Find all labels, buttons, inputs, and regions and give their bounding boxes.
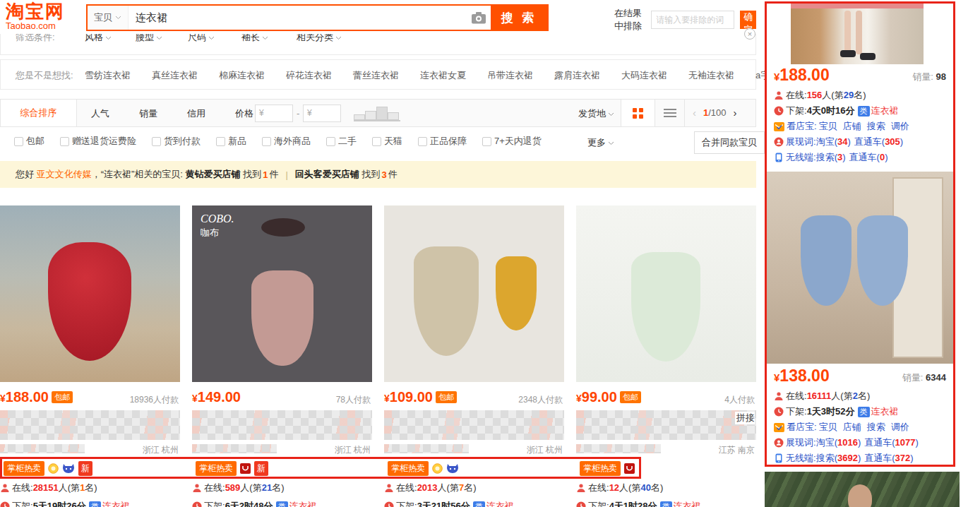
suggestion-link[interactable]: 连衣裙女夏 <box>420 69 466 82</box>
online-stat-row: 在线:589人(第21名) <box>192 482 372 494</box>
category-badge: 类 <box>276 501 288 507</box>
sort-tab-sales[interactable]: 销量 <box>139 107 157 120</box>
sort-tab-popularity[interactable]: 人气 <box>91 107 109 120</box>
product-title-blurred[interactable] <box>0 410 180 440</box>
histogram-bar <box>354 114 365 120</box>
notice-bar: 您好 亚文文化传媒 ，“连衣裙”相关的宝贝: 黄钻爱买店铺 找到 1 件 | 回… <box>0 161 756 188</box>
tool-link-shop[interactable]: 店铺 <box>843 120 861 133</box>
mobile-count: 3692 <box>837 453 858 463</box>
search-button[interactable]: 搜 索 <box>491 6 547 30</box>
filter-checkbox-tmall[interactable]: 天猫 <box>372 135 402 148</box>
suggestion-link[interactable]: 无袖连衣裙 <box>688 69 734 82</box>
header: 淘宝网 Taobao.com 宝贝 搜 索 在结果中排除 确定 <box>0 0 756 34</box>
seller-name-blurred[interactable] <box>0 444 85 453</box>
histogram-bar <box>365 111 376 120</box>
next-sidebar-product-image[interactable] <box>765 472 960 507</box>
impression-count: 34 <box>837 136 847 147</box>
grid-view-button[interactable] <box>621 100 655 126</box>
online-count: 12 <box>609 482 619 493</box>
sort-tab-default[interactable]: 综合排序 <box>1 100 77 126</box>
filter-checkbox-7day-return[interactable]: 7+天内退货 <box>482 135 542 148</box>
category-link[interactable]: 连衣裙 <box>289 501 317 507</box>
category-link[interactable]: 连衣裙 <box>871 105 899 116</box>
filter-checkbox-secondhand[interactable]: 二手 <box>326 135 357 148</box>
seller-name-blurred[interactable] <box>384 444 469 453</box>
search-category-dropdown[interactable]: 宝贝 <box>88 6 129 30</box>
product-card[interactable]: ¥188.00包邮 18936人付款 浙江 杭州 掌柜热卖 新 在线:28151… <box>0 205 180 507</box>
search-input[interactable] <box>129 6 467 30</box>
category-link[interactable]: 连衣裙 <box>102 501 130 507</box>
tool-link-shop[interactable]: 店铺 <box>843 421 861 434</box>
more-filters-dropdown[interactable]: 更多 <box>587 136 614 149</box>
sidebar-product-image[interactable] <box>767 172 953 364</box>
shop-name-link[interactable]: 亚文文化传媒 <box>37 168 92 181</box>
seller-name-blurred[interactable] <box>576 444 661 453</box>
exclude-confirm-button[interactable]: 确定 <box>740 11 756 29</box>
suggestion-link[interactable]: 蕾丝连衣裙 <box>353 69 399 82</box>
sidebar-product-image[interactable] <box>791 4 924 64</box>
category-link[interactable]: 连衣裙 <box>674 501 701 507</box>
price-min-input[interactable] <box>268 106 291 121</box>
tool-link-price[interactable]: 调价 <box>891 120 909 133</box>
taobao-logo[interactable]: 淘宝网 Taobao.com <box>6 2 65 31</box>
product-card[interactable]: COBO. 咖布 ¥149.00 78人付款 浙江 杭州 掌柜热卖 新 在线:5… <box>192 205 372 507</box>
tool-link-item[interactable]: 宝贝 <box>819 421 837 434</box>
suggestion-links: 雪纺连衣裙 真丝连衣裙 棉麻连衣裙 碎花连衣裙 蕾丝连衣裙 连衣裙女夏 吊带连衣… <box>85 69 797 82</box>
filter-checkbox-overseas[interactable]: 海外商品 <box>262 135 311 148</box>
exclude-input[interactable] <box>651 11 734 29</box>
product-image[interactable] <box>384 205 564 382</box>
suggestion-link[interactable]: 真丝连衣裙 <box>152 69 198 82</box>
product-title-blurred[interactable]: 拼接 <box>576 410 756 440</box>
checkbox-icon <box>482 137 491 146</box>
tool-link-item[interactable]: 宝贝 <box>819 120 837 133</box>
price-max-input[interactable] <box>316 106 339 121</box>
shop-tool-row: 看店宝:宝贝店铺搜索调价 <box>774 420 909 434</box>
ship-from-dropdown[interactable]: 发货地 <box>578 107 614 120</box>
filter-checkbox-free-shipping[interactable]: 包邮 <box>14 135 44 148</box>
hot-sale-badge: 掌柜热卖 <box>4 461 44 476</box>
product-image[interactable] <box>0 205 180 382</box>
product-price: 188.00 <box>779 66 829 84</box>
prev-page-button[interactable]: ‹ <box>693 108 696 117</box>
filter-checkbox-return-insurance[interactable]: 赠送退货运费险 <box>60 135 136 148</box>
suggestion-link[interactable]: 大码连衣裙 <box>621 69 667 82</box>
seller-name-blurred[interactable] <box>192 444 277 453</box>
next-page-button[interactable]: › <box>734 108 737 117</box>
filter-checkbox-new[interactable]: 新品 <box>216 135 246 148</box>
product-card[interactable]: ¥99.00包邮 4人付款 拼接 江苏 南京 掌柜热卖 在线:12人(第40名)… <box>576 205 756 507</box>
product-image-placeholder <box>791 4 924 8</box>
tool-link-search[interactable]: 搜索 <box>867 120 885 133</box>
product-image[interactable]: COBO. 咖布 <box>192 205 372 382</box>
tool-link-price[interactable]: 调价 <box>891 421 909 434</box>
category-link[interactable]: 连衣裙 <box>486 501 514 507</box>
filter-checkbox-cod[interactable]: 货到付款 <box>152 135 201 148</box>
logo-text-cn: 淘宝网 <box>6 2 65 20</box>
hot-sale-badge: 掌柜热卖 <box>196 461 237 476</box>
price-histogram-icon[interactable] <box>354 106 400 121</box>
seller-badges: 掌柜热卖 <box>576 460 756 476</box>
list-view-button[interactable] <box>655 100 684 126</box>
suggestion-link[interactable]: 棉麻连衣裙 <box>219 69 265 82</box>
image-search-camera-icon[interactable] <box>467 6 491 30</box>
person-icon <box>774 90 784 100</box>
checkbox-icon <box>418 137 427 146</box>
product-card[interactable]: ¥109.00包邮 2348人付款 浙江 杭州 掌柜热卖 在线:2013人(第7… <box>384 205 564 507</box>
found-label: 找到 <box>243 168 261 181</box>
tool-link-search[interactable]: 搜索 <box>867 421 885 434</box>
category-link[interactable]: 连衣裙 <box>871 406 899 417</box>
merge-same-items-button[interactable]: 合并同款宝贝 <box>694 131 765 154</box>
product-image[interactable] <box>576 205 756 382</box>
product-title-blurred[interactable] <box>384 410 564 440</box>
suggestion-link[interactable]: 吊带连衣裙 <box>487 69 533 82</box>
seller-location: 浙江 杭州 <box>527 444 563 456</box>
product-title-blurred[interactable] <box>192 410 372 440</box>
suggestion-link[interactable]: 露肩连衣裙 <box>554 69 600 82</box>
suggestion-link[interactable]: 碎花连衣裙 <box>286 69 332 82</box>
offline-stat-row: 下架:3天21时56分类连衣裙 <box>384 500 564 507</box>
online-stat-row: 在线:156人(第29名) <box>774 88 866 102</box>
logo-text-en: Taobao.com <box>6 20 65 31</box>
sort-tab-credit[interactable]: 信用 <box>187 107 205 120</box>
filter-checkbox-authentic[interactable]: 正品保障 <box>418 135 467 148</box>
suggestion-link[interactable]: 雪纺连衣裙 <box>85 69 131 82</box>
close-icon[interactable]: × <box>744 28 755 40</box>
